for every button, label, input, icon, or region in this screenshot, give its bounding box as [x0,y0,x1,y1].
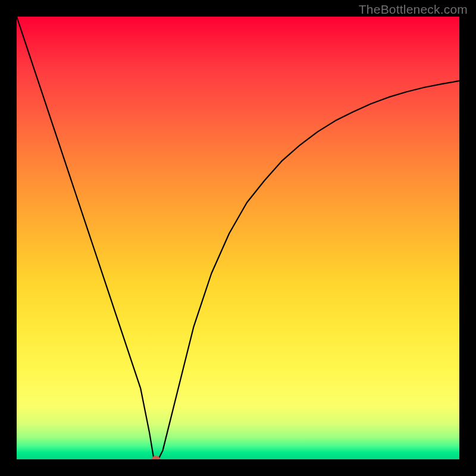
curve-layer [17,17,459,459]
watermark-label: TheBottleneck.com [359,2,468,17]
plot-area [17,17,459,459]
optimal-point-marker [152,456,160,459]
chart-frame: TheBottleneck.com [0,0,476,476]
bottleneck-curve [17,17,459,459]
